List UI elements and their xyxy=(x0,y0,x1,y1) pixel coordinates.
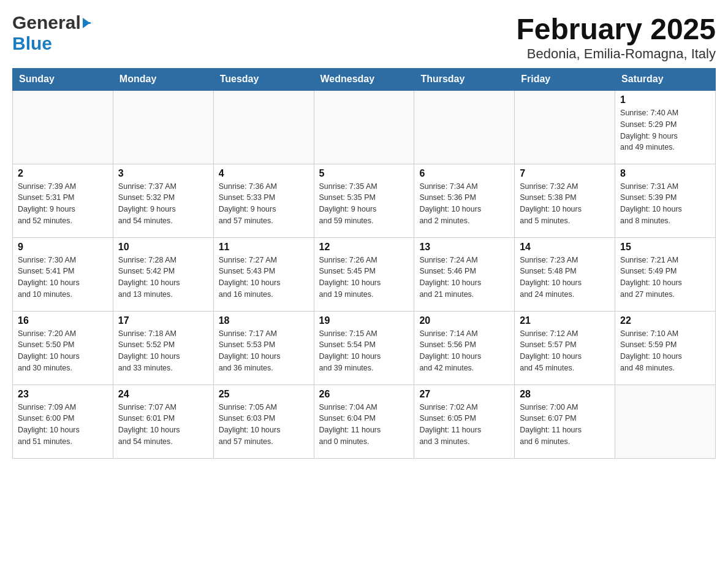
day-number: 18 xyxy=(219,315,309,326)
day-info: Sunrise: 7:12 AMSunset: 5:57 PMDaylight:… xyxy=(520,329,582,372)
calendar-cell: 6Sunrise: 7:34 AMSunset: 5:36 PMDaylight… xyxy=(414,164,515,237)
calendar-cell: 13Sunrise: 7:24 AMSunset: 5:46 PMDayligh… xyxy=(414,237,515,311)
calendar-cell: 26Sunrise: 7:04 AMSunset: 6:04 PMDayligh… xyxy=(314,385,414,458)
col-wednesday: Wednesday xyxy=(314,69,414,91)
logo-blue-text: Blue xyxy=(12,33,52,54)
day-number: 24 xyxy=(118,389,208,400)
calendar-week-row: 23Sunrise: 7:09 AMSunset: 6:00 PMDayligh… xyxy=(13,385,716,458)
calendar-cell: 8Sunrise: 7:31 AMSunset: 5:39 PMDaylight… xyxy=(615,164,716,237)
calendar-cell xyxy=(314,90,414,164)
calendar-cell: 20Sunrise: 7:14 AMSunset: 5:56 PMDayligh… xyxy=(414,311,515,385)
calendar-week-row: 2Sunrise: 7:39 AMSunset: 5:31 PMDaylight… xyxy=(13,164,716,237)
day-info: Sunrise: 7:35 AMSunset: 5:35 PMDaylight:… xyxy=(319,182,377,225)
day-number: 12 xyxy=(319,242,409,253)
day-number: 26 xyxy=(319,389,409,400)
calendar-cell xyxy=(113,90,213,164)
day-number: 28 xyxy=(520,389,610,400)
calendar-cell: 17Sunrise: 7:18 AMSunset: 5:52 PMDayligh… xyxy=(113,311,213,385)
calendar-cell: 23Sunrise: 7:09 AMSunset: 6:00 PMDayligh… xyxy=(13,385,113,458)
calendar-table: Sunday Monday Tuesday Wednesday Thursday… xyxy=(12,68,716,459)
day-number: 20 xyxy=(419,315,509,326)
calendar-cell: 28Sunrise: 7:00 AMSunset: 6:07 PMDayligh… xyxy=(515,385,615,458)
calendar-week-row: 1Sunrise: 7:40 AMSunset: 5:29 PMDaylight… xyxy=(13,90,716,164)
day-info: Sunrise: 7:15 AMSunset: 5:54 PMDaylight:… xyxy=(319,329,381,372)
calendar-cell xyxy=(414,90,515,164)
col-friday: Friday xyxy=(515,69,615,91)
day-number: 4 xyxy=(219,168,309,179)
col-monday: Monday xyxy=(113,69,213,91)
logo-general-text: General xyxy=(12,12,81,33)
calendar-cell: 21Sunrise: 7:12 AMSunset: 5:57 PMDayligh… xyxy=(515,311,615,385)
day-number: 8 xyxy=(620,168,710,179)
day-info: Sunrise: 7:26 AMSunset: 5:45 PMDaylight:… xyxy=(319,256,381,299)
calendar-cell xyxy=(615,385,716,458)
col-saturday: Saturday xyxy=(615,69,716,91)
calendar-cell: 7Sunrise: 7:32 AMSunset: 5:38 PMDaylight… xyxy=(515,164,615,237)
calendar-cell xyxy=(213,90,314,164)
calendar-cell: 19Sunrise: 7:15 AMSunset: 5:54 PMDayligh… xyxy=(314,311,414,385)
day-info: Sunrise: 7:37 AMSunset: 5:32 PMDaylight:… xyxy=(118,182,176,225)
col-thursday: Thursday xyxy=(414,69,515,91)
calendar-cell: 1Sunrise: 7:40 AMSunset: 5:29 PMDaylight… xyxy=(615,90,716,164)
day-number: 19 xyxy=(319,315,409,326)
day-info: Sunrise: 7:27 AMSunset: 5:43 PMDaylight:… xyxy=(219,256,281,299)
calendar-cell: 24Sunrise: 7:07 AMSunset: 6:01 PMDayligh… xyxy=(113,385,213,458)
day-number: 17 xyxy=(118,315,208,326)
calendar-cell: 25Sunrise: 7:05 AMSunset: 6:03 PMDayligh… xyxy=(213,385,314,458)
day-info: Sunrise: 7:23 AMSunset: 5:48 PMDaylight:… xyxy=(520,256,582,299)
calendar-cell: 15Sunrise: 7:21 AMSunset: 5:49 PMDayligh… xyxy=(615,237,716,311)
calendar-cell xyxy=(515,90,615,164)
day-info: Sunrise: 7:17 AMSunset: 5:53 PMDaylight:… xyxy=(219,329,281,372)
calendar-header-row: Sunday Monday Tuesday Wednesday Thursday… xyxy=(13,69,716,91)
day-number: 13 xyxy=(419,242,509,253)
day-info: Sunrise: 7:00 AMSunset: 6:07 PMDaylight:… xyxy=(520,403,582,446)
page-header: General Blue February 2025 Bedonia, Emil… xyxy=(12,12,716,62)
calendar-cell: 11Sunrise: 7:27 AMSunset: 5:43 PMDayligh… xyxy=(213,237,314,311)
logo: General Blue xyxy=(12,12,91,54)
day-number: 16 xyxy=(18,315,108,326)
day-info: Sunrise: 7:18 AMSunset: 5:52 PMDaylight:… xyxy=(118,329,180,372)
calendar-cell: 27Sunrise: 7:02 AMSunset: 6:05 PMDayligh… xyxy=(414,385,515,458)
location-title: Bedonia, Emilia-Romagna, Italy xyxy=(516,46,716,62)
col-tuesday: Tuesday xyxy=(213,69,314,91)
day-number: 10 xyxy=(118,242,208,253)
day-info: Sunrise: 7:39 AMSunset: 5:31 PMDaylight:… xyxy=(18,182,76,225)
calendar-cell: 10Sunrise: 7:28 AMSunset: 5:42 PMDayligh… xyxy=(113,237,213,311)
calendar-cell: 12Sunrise: 7:26 AMSunset: 5:45 PMDayligh… xyxy=(314,237,414,311)
calendar-cell: 18Sunrise: 7:17 AMSunset: 5:53 PMDayligh… xyxy=(213,311,314,385)
day-number: 6 xyxy=(419,168,509,179)
calendar-cell: 2Sunrise: 7:39 AMSunset: 5:31 PMDaylight… xyxy=(13,164,113,237)
day-info: Sunrise: 7:31 AMSunset: 5:39 PMDaylight:… xyxy=(620,182,682,225)
col-sunday: Sunday xyxy=(13,69,113,91)
calendar-cell: 5Sunrise: 7:35 AMSunset: 5:35 PMDaylight… xyxy=(314,164,414,237)
day-number: 21 xyxy=(520,315,610,326)
day-info: Sunrise: 7:30 AMSunset: 5:41 PMDaylight:… xyxy=(18,256,80,299)
day-number: 22 xyxy=(620,315,710,326)
day-info: Sunrise: 7:10 AMSunset: 5:59 PMDaylight:… xyxy=(620,329,682,372)
calendar-cell: 16Sunrise: 7:20 AMSunset: 5:50 PMDayligh… xyxy=(13,311,113,385)
day-info: Sunrise: 7:32 AMSunset: 5:38 PMDaylight:… xyxy=(520,182,582,225)
day-info: Sunrise: 7:40 AMSunset: 5:29 PMDaylight:… xyxy=(620,109,678,151)
day-number: 25 xyxy=(219,389,309,400)
calendar-cell: 4Sunrise: 7:36 AMSunset: 5:33 PMDaylight… xyxy=(213,164,314,237)
calendar-cell: 14Sunrise: 7:23 AMSunset: 5:48 PMDayligh… xyxy=(515,237,615,311)
calendar-week-row: 9Sunrise: 7:30 AMSunset: 5:41 PMDaylight… xyxy=(13,237,716,311)
day-info: Sunrise: 7:34 AMSunset: 5:36 PMDaylight:… xyxy=(419,182,481,225)
title-section: February 2025 Bedonia, Emilia-Romagna, I… xyxy=(516,12,716,62)
month-title: February 2025 xyxy=(516,12,716,46)
day-number: 5 xyxy=(319,168,409,179)
day-info: Sunrise: 7:04 AMSunset: 6:04 PMDaylight:… xyxy=(319,403,381,446)
calendar-cell: 9Sunrise: 7:30 AMSunset: 5:41 PMDaylight… xyxy=(13,237,113,311)
day-number: 15 xyxy=(620,242,710,253)
day-number: 14 xyxy=(520,242,610,253)
day-number: 3 xyxy=(118,168,208,179)
day-info: Sunrise: 7:02 AMSunset: 6:05 PMDaylight:… xyxy=(419,403,481,446)
calendar-cell: 3Sunrise: 7:37 AMSunset: 5:32 PMDaylight… xyxy=(113,164,213,237)
day-info: Sunrise: 7:05 AMSunset: 6:03 PMDaylight:… xyxy=(219,403,281,446)
calendar-cell: 22Sunrise: 7:10 AMSunset: 5:59 PMDayligh… xyxy=(615,311,716,385)
day-info: Sunrise: 7:07 AMSunset: 6:01 PMDaylight:… xyxy=(118,403,180,446)
day-number: 23 xyxy=(18,389,108,400)
day-info: Sunrise: 7:28 AMSunset: 5:42 PMDaylight:… xyxy=(118,256,180,299)
day-number: 27 xyxy=(419,389,509,400)
day-number: 11 xyxy=(219,242,309,253)
